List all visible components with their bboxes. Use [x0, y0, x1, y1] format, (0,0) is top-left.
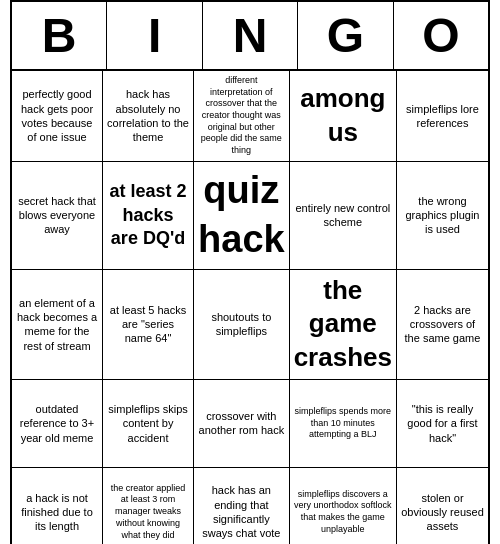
header-letter-n: N	[203, 2, 298, 71]
bingo-header: BINGO	[12, 2, 488, 71]
bingo-cell-10: an element of a hack becomes a meme for …	[12, 270, 103, 380]
bingo-cell-22: hack has an ending that significantly sw…	[194, 468, 290, 544]
bingo-card: BINGO perfectly good hack gets poor vote…	[10, 0, 490, 544]
bingo-cell-1: hack has absolutely no correlation to th…	[103, 71, 194, 162]
bingo-cell-23: simpleflips discovers a very unorthodox …	[290, 468, 397, 544]
bingo-cell-11: at least 5 hacks are "series name 64"	[103, 270, 194, 380]
bingo-cell-5: secret hack that blows everyone away	[12, 162, 103, 270]
bingo-cell-18: simpleflips spends more than 10 minutes …	[290, 380, 397, 468]
bingo-cell-8: entirely new control scheme	[290, 162, 397, 270]
header-letter-b: B	[12, 2, 107, 71]
header-letter-i: I	[107, 2, 202, 71]
header-letter-g: G	[298, 2, 393, 71]
bingo-cell-20: a hack is not finished due to its length	[12, 468, 103, 544]
header-letter-o: O	[394, 2, 488, 71]
bingo-cell-13: the game crashes	[290, 270, 397, 380]
bingo-cell-0: perfectly good hack gets poor votes beca…	[12, 71, 103, 162]
bingo-grid: perfectly good hack gets poor votes beca…	[12, 71, 488, 544]
bingo-cell-3: among us	[290, 71, 397, 162]
bingo-cell-9: the wrong graphics plugin is used	[397, 162, 488, 270]
bingo-cell-15: outdated reference to 3+ year old meme	[12, 380, 103, 468]
bingo-cell-17: crossover with another rom hack	[194, 380, 290, 468]
bingo-cell-4: simpleflips lore references	[397, 71, 488, 162]
bingo-cell-21: the creator applied at least 3 rom manag…	[103, 468, 194, 544]
bingo-cell-16: simpleflips skips content by accident	[103, 380, 194, 468]
bingo-cell-14: 2 hacks are crossovers of the same game	[397, 270, 488, 380]
bingo-cell-19: "this is really good for a first hack"	[397, 380, 488, 468]
bingo-cell-12: shoutouts to simpleflips	[194, 270, 290, 380]
bingo-cell-7: quiz hack	[194, 162, 290, 270]
bingo-cell-6: at least 2 hacks are DQ'd	[103, 162, 194, 270]
bingo-cell-24: stolen or obviously reused assets	[397, 468, 488, 544]
bingo-cell-2: different interpretation of crossover th…	[194, 71, 290, 162]
